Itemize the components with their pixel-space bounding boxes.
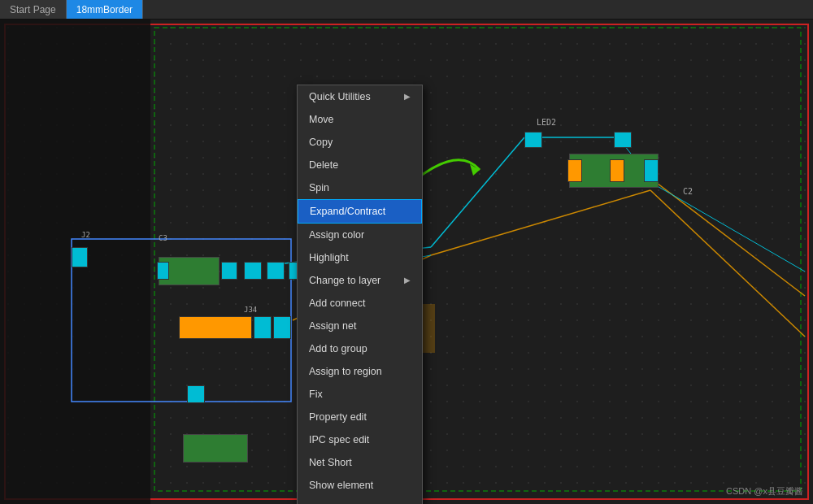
menu-item-add-connect[interactable]: Add connect [298,292,422,315]
menu-item-label: Property edit [309,409,367,425]
tab-start-page[interactable]: Start Page [0,0,67,19]
cap-pad-left [567,159,582,182]
wire-indicator [423,304,435,353]
pad-after-din1-1 [244,262,262,280]
menu-item-label: Highlight [309,250,349,266]
menu-item-assign-color[interactable]: Assign color [298,224,422,246]
menu-item-delete[interactable]: Delete [298,154,422,176]
pad-after-din1-2 [267,262,285,280]
watermark: CSDN @x县豆瓣酱 [726,485,803,497]
menu-item-fix[interactable]: Fix [298,383,422,406]
menu-item-spin[interactable]: Spin [298,176,422,199]
context-menu: Quick Utilities▶MoveCopyDeleteSpinExpand… [297,85,423,504]
menu-item-assign-to-region[interactable]: Assign to region [298,360,422,383]
menu-item-label: Quick Utilities [309,89,371,105]
menu-item-label: Copy [309,134,333,150]
menu-item-label: Add connect [309,295,366,311]
menu-item-label: IPC spec edit [309,432,369,448]
menu-item-expand/contract[interactable]: Expand/Contract [298,199,422,224]
menu-item-label: Fix [309,386,323,402]
menu-item-quick-utilities[interactable]: Quick Utilities▶ [298,85,422,108]
j2-pad [72,247,88,267]
din1-pad-left [157,262,169,280]
cap-pad-mid [610,159,624,182]
menu-item-label: Expand/Contract [310,203,385,219]
c3-label: C3 [159,231,183,241]
menu-item-move[interactable]: Move [298,108,422,131]
menu-item-label: Net Short [309,454,352,471]
menu-item-label: Add to group [309,341,367,357]
menu-item-net-short[interactable]: Net Short [298,451,422,474]
menu-item-show-element[interactable]: Show element [298,474,422,497]
din1-pad-right [221,262,237,280]
menu-item-highlight[interactable]: Highlight [298,246,422,269]
menu-item-add-to-group[interactable]: Add to group [298,337,422,360]
menu-item-label: Show element [309,477,373,493]
pad-led2-right [614,132,632,148]
orange-pad-block [179,316,252,339]
pad-led2-left [524,132,542,148]
main-canvas-area: LED2 WE631C012uF C2 J2 DIN1 J34 LED1 WC.… [0,20,813,504]
cyan-after-orange [254,316,272,339]
tab-18mm-border[interactable]: 18mmBorder [67,0,143,19]
menu-item-label: Spin [309,180,329,196]
menu-item-label: Delete [309,157,338,173]
menu-item-label: Move [309,111,334,128]
menu-item-3d-canvas[interactable]: 3D Canvas [298,497,422,504]
cap-pad-right [644,159,659,182]
bottom-green-comp [183,434,248,463]
menu-item-assign-net[interactable]: Assign net [298,315,422,337]
menu-item-label: Assign to region [309,363,382,380]
led1-pad [187,385,205,403]
submenu-arrow-icon: ▶ [404,274,411,287]
menu-item-ipc-spec-edit[interactable]: IPC spec edit [298,428,422,451]
cyan-after-orange2 [273,316,291,339]
submenu-arrow-icon: ▶ [404,90,411,103]
menu-item-label: Assign color [309,227,364,243]
title-bar: Start Page 18mmBorder [0,0,813,20]
menu-item-property-edit[interactable]: Property edit [298,406,422,428]
menu-item-change-to-layer[interactable]: Change to layer▶ [298,269,422,292]
menu-item-label: 3D Canvas [309,500,359,504]
menu-item-copy[interactable]: Copy [298,131,422,154]
menu-item-label: Assign net [309,318,356,334]
menu-item-label: Change to layer [309,272,380,289]
